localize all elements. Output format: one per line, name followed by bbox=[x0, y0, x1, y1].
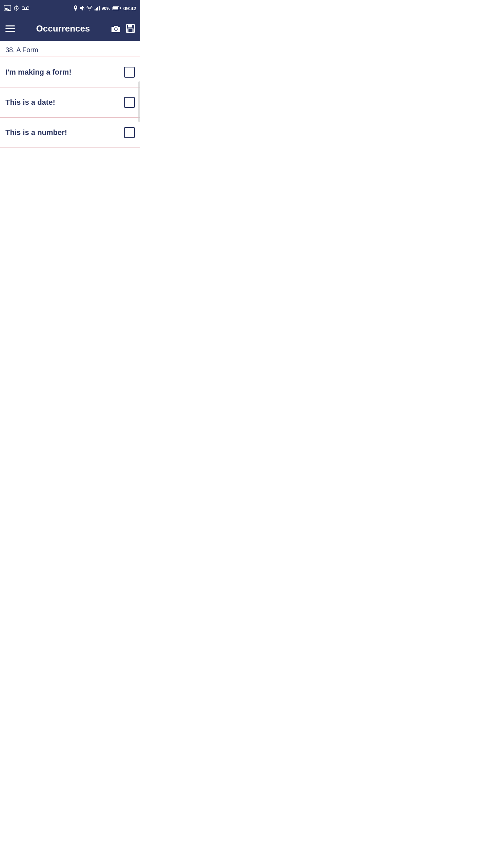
camera-button[interactable] bbox=[111, 24, 121, 33]
menu-button[interactable] bbox=[5, 25, 15, 32]
gallery-icon bbox=[4, 5, 11, 11]
form-title: 38, A Form bbox=[5, 46, 38, 54]
svg-point-1 bbox=[5, 8, 7, 10]
header-actions bbox=[111, 24, 135, 33]
form-item-label-1: I'm making a form! bbox=[5, 68, 124, 77]
svg-marker-2 bbox=[7, 8, 11, 11]
form-item-checkbox-1[interactable] bbox=[124, 67, 135, 78]
form-item-checkbox-3[interactable] bbox=[124, 127, 135, 138]
scrollbar[interactable] bbox=[138, 81, 140, 122]
location-pin-icon bbox=[74, 5, 78, 11]
signal-bars-icon bbox=[95, 6, 100, 11]
form-items-list: I'm making a form! This is a date! This … bbox=[0, 57, 140, 148]
status-left-icons bbox=[4, 5, 29, 11]
voicemail-icon bbox=[22, 6, 29, 10]
form-item-2[interactable]: This is a date! bbox=[0, 87, 140, 118]
status-time: 09:42 bbox=[123, 5, 136, 11]
content-area: 38, A Form I'm making a form! This is a … bbox=[0, 41, 140, 148]
wifi-icon bbox=[86, 6, 93, 11]
svg-line-10 bbox=[83, 7, 84, 9]
status-bar: 90% 09:42 bbox=[0, 0, 140, 16]
mute-icon bbox=[80, 5, 84, 11]
svg-point-7 bbox=[22, 7, 24, 9]
battery-icon bbox=[113, 6, 121, 10]
status-right-icons: 90% 09:42 bbox=[74, 5, 136, 11]
form-item-3[interactable]: This is a number! bbox=[0, 118, 140, 148]
form-title-area: 38, A Form bbox=[0, 41, 140, 57]
svg-point-12 bbox=[115, 28, 117, 31]
svg-point-4 bbox=[16, 7, 17, 9]
form-item-label-2: This is a date! bbox=[5, 98, 124, 107]
form-item-label-3: This is a number! bbox=[5, 128, 124, 137]
location-target-icon bbox=[14, 5, 19, 11]
page-title: Occurrences bbox=[15, 23, 111, 34]
svg-rect-14 bbox=[128, 24, 132, 27]
form-item-checkbox-2[interactable] bbox=[124, 97, 135, 108]
save-button[interactable] bbox=[126, 24, 135, 33]
svg-point-8 bbox=[26, 7, 29, 9]
form-item-1[interactable]: I'm making a form! bbox=[0, 57, 140, 87]
app-header: Occurrences bbox=[0, 16, 140, 41]
svg-rect-16 bbox=[128, 29, 133, 32]
battery-percentage: 90% bbox=[102, 6, 110, 11]
